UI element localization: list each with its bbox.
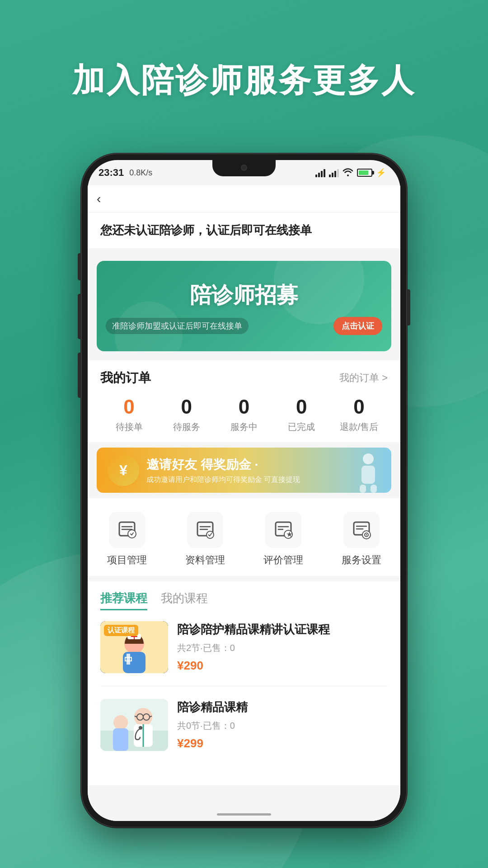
- order-item-done[interactable]: 0 已完成: [273, 396, 330, 433]
- status-time: 23:31: [99, 167, 124, 179]
- order-count-waiting: 0: [158, 396, 215, 418]
- orders-link[interactable]: 我的订单 >: [339, 371, 388, 385]
- courses-tabs: 推荐课程 我的课程: [100, 590, 388, 610]
- banner-cta-button[interactable]: 点击认证: [333, 317, 382, 335]
- svg-rect-25: [123, 652, 145, 673]
- order-item-refund[interactable]: 0 退款/售后: [330, 396, 388, 433]
- svg-text:★: ★: [286, 531, 292, 538]
- back-button[interactable]: ‹: [97, 192, 101, 206]
- tool-icon-project-wrap: [109, 512, 145, 548]
- orders-header: 我的订单 我的订单 >: [100, 369, 388, 387]
- orders-grid: 0 待接单 0 待服务 0 服务中 0 已完成: [100, 396, 388, 433]
- svg-point-0: [363, 453, 374, 464]
- invite-coin: ¥: [108, 454, 139, 486]
- tool-label-data: 资料管理: [185, 553, 225, 567]
- course-card-1[interactable]: 认证课程 陪诊陪护精品课精讲认证课程 共2节·已售：0 ¥290: [100, 621, 388, 686]
- svg-point-7: [128, 530, 136, 538]
- course-title-2: 陪诊精品课精: [177, 699, 388, 715]
- tool-icon-data: [194, 519, 216, 541]
- page-tagline: 加入陪诊师服务更多人: [0, 59, 488, 102]
- notice-bar: 您还未认证陪诊师，认证后即可在线接单: [88, 212, 400, 252]
- charging-icon: ⚡: [376, 168, 386, 178]
- orders-section: 我的订单 我的订单 > 0 待接单 0 待服务 0: [88, 360, 400, 442]
- battery-icon: [357, 169, 372, 177]
- tool-icon-review: ★: [272, 519, 295, 541]
- order-label-serving: 服务中: [215, 421, 272, 433]
- top-bar: ‹: [88, 185, 400, 212]
- tool-icon-project: [116, 519, 138, 541]
- svg-rect-1: [361, 466, 375, 484]
- notch: [212, 160, 276, 176]
- svg-rect-2: [360, 485, 366, 493]
- invite-banner[interactable]: ¥ 邀请好友 得奖励金 · 成功邀请用户和陪诊师均可得奖励金 可直接提现: [97, 448, 391, 493]
- courses-section: 推荐课程 我的课程: [88, 581, 400, 785]
- course-thumb-1: 认证课程: [100, 621, 168, 673]
- svg-rect-42: [113, 728, 128, 751]
- tool-item-service[interactable]: 服务设置: [342, 512, 381, 567]
- invite-text-col: 邀请好友 得奖励金 · 成功邀请用户和陪诊师均可得奖励金 可直接提现: [146, 456, 380, 485]
- tool-label-review: 评价管理: [263, 553, 303, 567]
- course-info-2: 陪诊精品课精 共0节·已售：0 ¥299: [177, 699, 388, 751]
- order-item-serving[interactable]: 0 服务中: [215, 396, 272, 433]
- order-label-refund: 退款/售后: [330, 421, 388, 433]
- tool-icon-review-wrap: ★: [265, 512, 301, 548]
- course-img-1: 认证课程: [100, 621, 168, 673]
- vol-down-button: [78, 353, 81, 398]
- tab-recommended[interactable]: 推荐课程: [100, 590, 147, 610]
- bottom-spacer: [88, 785, 400, 812]
- vol-up-button: [78, 294, 81, 339]
- tool-label-service: 服务设置: [342, 553, 381, 567]
- coin-symbol: ¥: [119, 462, 127, 479]
- order-count-pending: 0: [100, 396, 158, 418]
- course-thumb-2: [100, 699, 168, 751]
- order-count-done: 0: [273, 396, 330, 418]
- tool-icon-service: [350, 519, 373, 541]
- invite-main-text: 邀请好友 得奖励金 ·: [146, 456, 380, 473]
- course-img-2: [100, 699, 168, 751]
- power-button: [407, 289, 410, 326]
- notice-text: 您还未认证陪诊师，认证后即可在线接单: [100, 223, 312, 237]
- tools-grid: 项目管理: [88, 507, 400, 571]
- tool-icon-service-wrap: [343, 512, 380, 548]
- order-item-pending[interactable]: 0 待接单: [100, 396, 158, 433]
- battery-fill: [359, 170, 368, 175]
- order-label-pending: 待接单: [100, 421, 158, 433]
- course-price-2: ¥299: [177, 736, 388, 750]
- tool-item-review[interactable]: ★ 评价管理: [263, 512, 303, 567]
- signal-icon-2: [329, 168, 339, 177]
- course-meta-2: 共0节·已售：0: [177, 720, 388, 732]
- course-card-2[interactable]: 陪诊精品课精 共0节·已售：0 ¥299: [100, 699, 388, 764]
- phone-frame: 23:31 0.8K/s: [81, 154, 407, 827]
- course-title-1: 陪诊陪护精品课精讲认证课程: [177, 621, 388, 637]
- tool-item-data[interactable]: 资料管理: [185, 512, 225, 567]
- svg-rect-26: [127, 654, 130, 665]
- orders-title: 我的订单: [100, 369, 151, 387]
- banner-subtitle: 准陪诊师加盟或认证后即可在线接单: [106, 318, 249, 334]
- front-camera: [241, 165, 247, 171]
- banner-subtitle-row: 准陪诊师加盟或认证后即可在线接单 点击认证: [106, 317, 382, 335]
- tool-label-project: 项目管理: [107, 553, 147, 567]
- order-label-waiting: 待服务: [158, 421, 215, 433]
- wifi-icon: [343, 167, 353, 179]
- status-icons: ⚡: [315, 167, 386, 179]
- course-price-1: ¥290: [177, 659, 388, 673]
- recruitment-banner[interactable]: 陪诊师招募 准陪诊师加盟或认证后即可在线接单 点击认证: [97, 261, 391, 351]
- order-item-waiting[interactable]: 0 待服务: [158, 396, 215, 433]
- svg-point-43: [139, 726, 142, 730]
- screen-content[interactable]: ‹ 您还未认证陪诊师，认证后即可在线接单 陪诊师招募 准陪诊师加盟或认证后即可在…: [88, 185, 400, 821]
- tool-item-project[interactable]: 项目管理: [107, 512, 147, 567]
- svg-point-21: [366, 534, 367, 536]
- banner-title: 陪诊师招募: [190, 281, 298, 310]
- invite-sub-text: 成功邀请用户和陪诊师均可得奖励金 可直接提现: [146, 475, 380, 485]
- tool-icon-data-wrap: [187, 512, 223, 548]
- invite-person-figure: [352, 452, 384, 493]
- mute-button: [78, 253, 81, 280]
- order-count-refund: 0: [330, 396, 388, 418]
- tab-my-courses[interactable]: 我的课程: [161, 590, 208, 610]
- course-badge-1: 认证课程: [104, 625, 138, 636]
- phone-mockup: 23:31 0.8K/s: [81, 154, 407, 827]
- order-label-done: 已完成: [273, 421, 330, 433]
- status-speed: 0.8K/s: [129, 168, 152, 178]
- course-meta-1: 共2节·已售：0: [177, 642, 388, 654]
- signal-icon: [315, 168, 325, 177]
